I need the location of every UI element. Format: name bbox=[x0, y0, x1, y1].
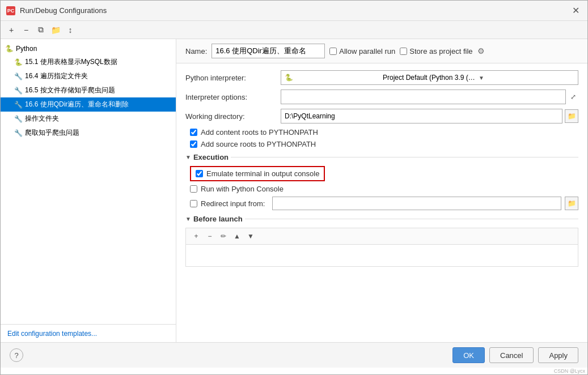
ok-button[interactable]: OK bbox=[452, 347, 485, 363]
sidebar-item-0[interactable]: 🐍 15.1 使用表格显示MySQL数据 bbox=[1, 55, 176, 69]
sidebar-item-5[interactable]: 🔧 爬取知乎爬虫问题 bbox=[1, 126, 176, 140]
dialog-title: Run/Debug Configurations bbox=[20, 6, 565, 15]
interpreter-options-input[interactable] bbox=[281, 90, 566, 104]
right-panel: Name: Allow parallel run Store as projec… bbox=[176, 39, 587, 342]
working-directory-row: Working directory: 📁 bbox=[185, 109, 578, 123]
app-icon: PC bbox=[6, 6, 15, 15]
expand-options-button[interactable]: ⤢ bbox=[568, 92, 578, 102]
redirect-input-row: Redirect input from: 📁 bbox=[185, 197, 578, 210]
interpreter-options-row: Interpreter options: ⤢ bbox=[185, 90, 578, 104]
python-group-header[interactable]: 🐍 Python bbox=[1, 42, 176, 55]
close-button[interactable]: ✕ bbox=[570, 5, 582, 16]
copy-config-button[interactable]: ⧉ bbox=[35, 24, 47, 36]
sidebar-tree: 🐍 Python 🐍 15.1 使用表格显示MySQL数据 🔧 16.4 遍历指… bbox=[1, 39, 176, 324]
before-launch-collapse-arrow[interactable]: ▼ bbox=[185, 216, 191, 222]
apply-button[interactable]: Apply bbox=[538, 347, 578, 363]
name-label: Name: bbox=[185, 47, 207, 56]
config-toolbar: + − ⧉ 📁 ↕ bbox=[1, 21, 587, 39]
run-python-console-label[interactable]: Run with Python Console bbox=[201, 185, 284, 193]
sort-config-button[interactable]: ↕ bbox=[64, 24, 77, 36]
sidebar-item-3[interactable]: 🔧 16.6 使用QDir遍历、重命名和删除 bbox=[1, 97, 176, 112]
run-python-console-checkbox[interactable] bbox=[190, 185, 197, 193]
sidebar-item-label-0: 15.1 使用表格显示MySQL数据 bbox=[25, 57, 117, 67]
sidebar-item-1[interactable]: 🔧 16.4 遍历指定文件夹 bbox=[1, 69, 176, 83]
before-launch-section-line bbox=[245, 219, 578, 219]
allow-parallel-checkbox[interactable] bbox=[329, 48, 337, 55]
config-icon-5: 🔧 bbox=[14, 129, 23, 137]
run-debug-dialog: PC Run/Debug Configurations ✕ + − ⧉ 📁 ↕ bbox=[0, 0, 588, 375]
sidebar-item-label-4: 操作文件夹 bbox=[25, 114, 59, 123]
before-launch-down-button[interactable]: ▼ bbox=[245, 231, 256, 242]
interpreter-select[interactable]: 🐍 Project Default (Python 3.9 (PyQtLearn… bbox=[281, 70, 578, 85]
edit-templates-link[interactable]: Edit configuration templates... bbox=[7, 330, 97, 338]
before-launch-add-button[interactable]: + bbox=[191, 231, 202, 242]
interpreter-row: Python interpreter: 🐍 Project Default (P… bbox=[185, 70, 578, 85]
add-source-roots-label[interactable]: Add source roots to PYTHONPATH bbox=[201, 140, 316, 148]
sidebar-item-label-5: 爬取知乎爬虫问题 bbox=[25, 128, 79, 138]
emulate-terminal-checkbox[interactable] bbox=[196, 170, 203, 177]
redirect-input-checkbox[interactable] bbox=[190, 200, 197, 207]
before-launch-toolbar: + − ✏ ▲ ▼ bbox=[185, 228, 578, 244]
before-launch-title: Before launch bbox=[193, 215, 243, 223]
working-directory-input[interactable] bbox=[281, 109, 562, 123]
dialog-footer: ? OK Cancel Apply bbox=[1, 342, 587, 368]
interpreter-control: 🐍 Project Default (Python 3.9 (PyQtLearn… bbox=[281, 70, 578, 85]
execution-section-title: Execution bbox=[193, 153, 229, 161]
sidebar-item-label-2: 16.5 按文件存储知乎爬虫问题 bbox=[25, 86, 115, 95]
config-name-input[interactable] bbox=[211, 44, 325, 58]
store-as-project-checkbox[interactable] bbox=[400, 48, 407, 55]
config-icon-4: 🔧 bbox=[14, 115, 23, 123]
before-launch-up-button[interactable]: ▲ bbox=[231, 231, 243, 242]
python-group-label: Python bbox=[16, 45, 37, 53]
config-header: Name: Allow parallel run Store as projec… bbox=[176, 39, 587, 63]
run-python-console-row: Run with Python Console bbox=[185, 185, 578, 193]
python-group-icon: 🐍 bbox=[5, 45, 14, 53]
execution-section-line bbox=[231, 157, 578, 157]
emulate-terminal-row: Emulate terminal in output console bbox=[190, 166, 325, 181]
before-launch-divider: ▼ Before launch bbox=[185, 215, 578, 223]
interpreter-value: Project Default (Python 3.9 (PyQtLearnin… bbox=[383, 74, 479, 82]
emulate-terminal-label[interactable]: Emulate terminal in output console bbox=[206, 169, 319, 178]
add-content-roots-checkbox[interactable] bbox=[190, 129, 197, 136]
before-launch-section: ▼ Before launch + − ✏ ▲ ▼ bbox=[185, 215, 578, 267]
redirect-input-field[interactable] bbox=[272, 197, 561, 210]
config-icon-2: 🔧 bbox=[14, 87, 23, 95]
remove-config-button[interactable]: − bbox=[20, 24, 32, 36]
sidebar-item-label-3: 16.6 使用QDir遍历、重命名和删除 bbox=[25, 100, 129, 109]
config-icon-1: 🔧 bbox=[14, 73, 23, 80]
main-content: 🐍 Python 🐍 15.1 使用表格显示MySQL数据 🔧 16.4 遍历指… bbox=[1, 39, 587, 342]
before-launch-edit-button[interactable]: ✏ bbox=[218, 231, 229, 242]
interpreter-options-control: ⤢ bbox=[281, 90, 578, 104]
add-content-roots-row: Add content roots to PYTHONPATH bbox=[185, 128, 578, 137]
sidebar-item-2[interactable]: 🔧 16.5 按文件存储知乎爬虫问题 bbox=[1, 83, 176, 97]
add-config-button[interactable]: + bbox=[5, 24, 18, 36]
sidebar-item-4[interactable]: 🔧 操作文件夹 bbox=[1, 112, 176, 126]
add-content-roots-label[interactable]: Add content roots to PYTHONPATH bbox=[201, 128, 318, 137]
working-directory-control: 📁 bbox=[281, 109, 578, 123]
redirect-input-label[interactable]: Redirect input from: bbox=[201, 199, 269, 208]
settings-gear-icon[interactable]: ⚙ bbox=[477, 46, 485, 56]
redirect-folder-button[interactable]: 📁 bbox=[565, 197, 578, 210]
add-source-roots-checkbox[interactable] bbox=[190, 140, 197, 148]
python-group: 🐍 Python 🐍 15.1 使用表格显示MySQL数据 🔧 16.4 遍历指… bbox=[1, 41, 176, 141]
config-icon-0: 🐍 bbox=[14, 58, 23, 66]
config-body: Python interpreter: 🐍 Project Default (P… bbox=[176, 63, 587, 342]
execution-collapse-arrow[interactable]: ▼ bbox=[185, 154, 191, 160]
before-launch-remove-button[interactable]: − bbox=[204, 231, 215, 242]
sidebar-item-label-1: 16.4 遍历指定文件夹 bbox=[25, 71, 88, 81]
working-directory-label: Working directory: bbox=[185, 112, 276, 121]
interpreter-options-label: Interpreter options: bbox=[185, 93, 276, 101]
execution-section-divider: ▼ Execution bbox=[185, 153, 578, 161]
config-icon-3: 🔧 bbox=[14, 101, 23, 109]
interpreter-dropdown-arrow: ▼ bbox=[479, 75, 574, 81]
title-bar: PC Run/Debug Configurations ✕ bbox=[1, 1, 587, 21]
allow-parallel-label[interactable]: Allow parallel run bbox=[329, 47, 395, 56]
working-directory-folder-button[interactable]: 📁 bbox=[565, 109, 578, 123]
add-source-roots-row: Add source roots to PYTHONPATH bbox=[185, 140, 578, 148]
sidebar-footer: Edit configuration templates... bbox=[1, 324, 176, 342]
before-launch-list bbox=[185, 244, 578, 267]
help-button[interactable]: ? bbox=[10, 348, 23, 362]
store-as-project-label[interactable]: Store as project file bbox=[400, 47, 472, 56]
cancel-button[interactable]: Cancel bbox=[489, 347, 534, 363]
folder-config-button[interactable]: 📁 bbox=[49, 24, 62, 36]
